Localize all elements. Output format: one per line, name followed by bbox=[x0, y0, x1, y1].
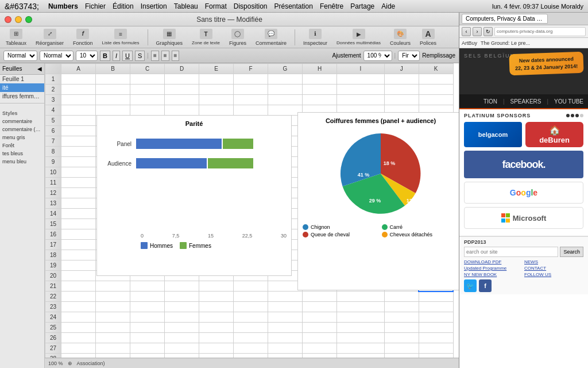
spreadsheet[interactable]: A B C D E F G H I J K bbox=[45, 63, 459, 358]
toolbar-reorganiser[interactable]: ⤢ Réorganiser bbox=[33, 28, 66, 47]
cell-r3-c11[interactable] bbox=[419, 95, 453, 105]
cell-r23-c5[interactable] bbox=[199, 302, 234, 312]
sponsor-belgacom[interactable]: belgacom bbox=[464, 122, 522, 147]
cell-r24-c9[interactable] bbox=[337, 312, 385, 323]
sidebar-style-menu-gris[interactable]: menu gris bbox=[0, 133, 44, 141]
cell-r25-c6[interactable] bbox=[234, 323, 268, 333]
link-follow-us[interactable]: FOLLOW US bbox=[524, 272, 583, 277]
fin-select[interactable]: Fin bbox=[398, 51, 420, 61]
size-select[interactable]: 10 bbox=[76, 51, 98, 61]
align-right-button[interactable]: ≡ bbox=[172, 51, 180, 61]
cell-r23-c7[interactable] bbox=[268, 302, 303, 312]
cell-r25-c7[interactable] bbox=[268, 323, 303, 333]
cell-r3-c6[interactable] bbox=[234, 95, 268, 105]
italic-button[interactable]: I bbox=[113, 51, 120, 61]
cell-r28-c10[interactable] bbox=[384, 354, 419, 358]
cell-r1-c5[interactable] bbox=[199, 74, 234, 85]
toolbar-commentaire[interactable]: 💬 Commentaire bbox=[253, 28, 289, 47]
cell-r4-c1[interactable] bbox=[61, 105, 96, 116]
link-news[interactable]: NEWS bbox=[524, 259, 583, 264]
style-select[interactable]: Normal bbox=[3, 51, 37, 61]
cell-r18-c1[interactable] bbox=[61, 250, 96, 260]
minimize-button[interactable] bbox=[15, 16, 22, 23]
cell-r25-c4[interactable] bbox=[165, 323, 199, 333]
apple-menu[interactable]: &#63743; bbox=[5, 2, 39, 11]
back-button[interactable]: ‹ bbox=[462, 27, 471, 36]
cell-r27-c5[interactable] bbox=[199, 343, 234, 354]
align-center-button[interactable]: ≡ bbox=[161, 51, 169, 61]
menu-edition[interactable]: Édition bbox=[113, 2, 134, 10]
cell-r26-c4[interactable] bbox=[165, 333, 199, 343]
cell-r4-c2[interactable] bbox=[96, 105, 130, 116]
cell-r11-c1[interactable] bbox=[61, 178, 96, 188]
bookmark-artbuy[interactable]: ArtBuy bbox=[462, 40, 477, 46]
cell-r23-c10[interactable] bbox=[384, 302, 419, 312]
cell-r26-c6[interactable] bbox=[234, 333, 268, 343]
cell-r22-c10[interactable] bbox=[384, 292, 419, 302]
cell-r23-c6[interactable] bbox=[234, 302, 268, 312]
cell-r25-c10[interactable] bbox=[384, 323, 419, 333]
forward-button[interactable]: › bbox=[473, 27, 482, 36]
cell-r21-c5[interactable] bbox=[199, 281, 234, 292]
cell-r1-c1[interactable] bbox=[61, 74, 96, 85]
link-new-book[interactable]: NY NEW BOOK bbox=[464, 272, 523, 277]
toolbar-inspecteur[interactable]: ℹ Inspecteur bbox=[301, 28, 330, 47]
cell-r23-c1[interactable] bbox=[61, 302, 96, 312]
cell-r28-c3[interactable] bbox=[130, 354, 165, 358]
twitter-icon[interactable]: 🐦 bbox=[464, 279, 477, 292]
menu-numbers[interactable]: Numbers bbox=[48, 2, 78, 10]
cell-r22-c4[interactable] bbox=[165, 292, 199, 302]
strikethrough-button[interactable]: S bbox=[135, 51, 145, 61]
cell-r22-c5[interactable] bbox=[199, 292, 234, 302]
cell-r23-c11[interactable] bbox=[419, 302, 453, 312]
maximize-button[interactable] bbox=[25, 16, 32, 23]
cell-r3-c2[interactable] bbox=[96, 95, 130, 105]
cell-r2-c4[interactable] bbox=[165, 85, 199, 95]
cell-r24-c11[interactable] bbox=[419, 312, 453, 323]
cell-r22-c7[interactable] bbox=[268, 292, 303, 302]
cell-r2-c2[interactable] bbox=[96, 85, 130, 95]
cell-r22-c11[interactable] bbox=[419, 292, 453, 302]
toolbar-couleurs[interactable]: 🎨 Couleurs bbox=[388, 28, 413, 47]
cell-r27-c2[interactable] bbox=[96, 343, 130, 354]
cell-r9-c1[interactable] bbox=[61, 157, 96, 167]
cell-r24-c1[interactable] bbox=[61, 312, 96, 323]
cell-r1-c3[interactable] bbox=[130, 74, 165, 85]
sidebar-sheet-feuille1[interactable]: Feuille 1 bbox=[0, 75, 44, 83]
cell-r27-c7[interactable] bbox=[268, 343, 303, 354]
link-updated-programme[interactable]: Updated Programme bbox=[464, 266, 523, 271]
toolbar-fonction[interactable]: f Fonction bbox=[71, 28, 95, 47]
cell-r24-c5[interactable] bbox=[199, 312, 234, 323]
cell-r26-c11[interactable] bbox=[419, 333, 453, 343]
cell-r1-c4[interactable] bbox=[165, 74, 199, 85]
close-button[interactable] bbox=[5, 16, 11, 23]
menu-aide[interactable]: Aide bbox=[381, 2, 395, 10]
browser-tab-active[interactable]: Computers, Privacy & Data ... ✕ bbox=[462, 14, 548, 24]
sidebar-sheet-ite[interactable]: ité bbox=[0, 83, 44, 92]
sidebar-style-commentaire[interactable]: commentaire (sans g... bbox=[0, 125, 44, 133]
cell-r23-c2[interactable] bbox=[96, 302, 130, 312]
sponsor-deburen[interactable]: 🏠 deBuren bbox=[525, 122, 583, 147]
cell-r28-c7[interactable] bbox=[268, 354, 303, 358]
cell-r28-c6[interactable] bbox=[234, 354, 268, 358]
sidebar-toggle[interactable]: ◀ bbox=[37, 66, 42, 72]
cell-r24-c2[interactable] bbox=[96, 312, 130, 323]
cell-r1-c11[interactable] bbox=[419, 74, 453, 85]
cell-r27-c4[interactable] bbox=[165, 343, 199, 354]
cell-r24-c10[interactable] bbox=[384, 312, 419, 323]
menu-format[interactable]: Format bbox=[205, 2, 227, 10]
cell-r21-c1[interactable] bbox=[61, 281, 96, 292]
refresh-button[interactable]: ↻ bbox=[483, 27, 493, 36]
sidebar-style-commentaire-section[interactable]: commentaire bbox=[0, 117, 44, 125]
cell-r19-c1[interactable] bbox=[61, 260, 96, 271]
cell-r22-c3[interactable] bbox=[130, 292, 165, 302]
sidebar-sheet-coiffures[interactable]: iffures femmes... bbox=[0, 92, 44, 101]
cell-r24-c4[interactable] bbox=[165, 312, 199, 323]
menu-disposition[interactable]: Disposition bbox=[234, 2, 268, 10]
cell-r28-c9[interactable] bbox=[337, 354, 385, 358]
cell-r26-c3[interactable] bbox=[130, 333, 165, 343]
cell-r23-c3[interactable] bbox=[130, 302, 165, 312]
cell-r4-c4[interactable] bbox=[165, 105, 199, 116]
cell-r25-c9[interactable] bbox=[337, 323, 385, 333]
cell-r3-c4[interactable] bbox=[165, 95, 199, 105]
